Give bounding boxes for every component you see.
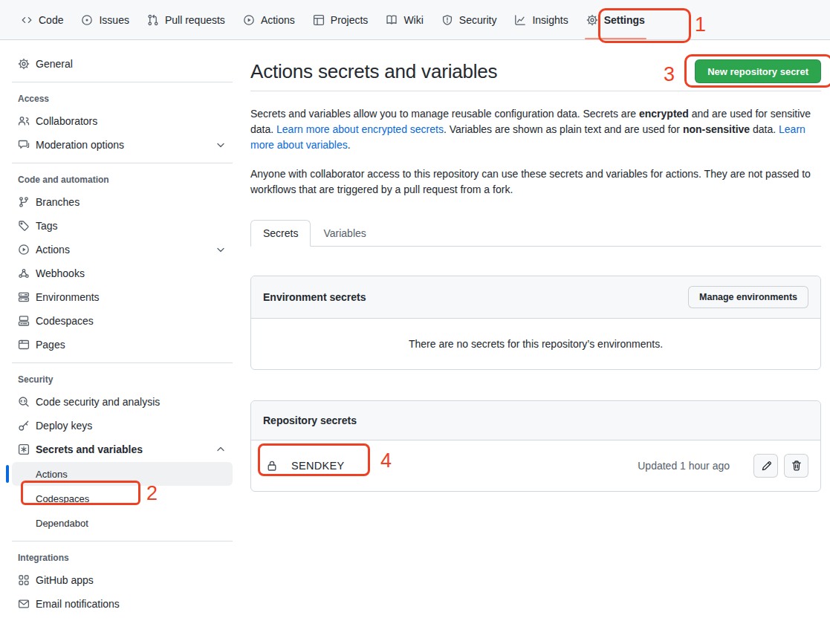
settings-sidebar: General Access Collaborators Moderation … [0, 40, 239, 616]
sidebar-item-codespaces[interactable]: Codespaces [12, 309, 233, 333]
encrypted-secrets-link[interactable]: Learn more about encrypted secrets [276, 123, 444, 135]
sidebar-item-pages[interactable]: Pages [12, 333, 233, 357]
git-pull-request-icon [147, 14, 159, 26]
sidebar-subitem-dependabot[interactable]: Dependabot [12, 511, 233, 535]
table-icon [313, 14, 325, 26]
new-repository-secret-button[interactable]: New repository secret [695, 59, 821, 83]
key-icon [18, 420, 30, 432]
tab-pull-requests[interactable]: Pull requests [138, 0, 234, 39]
tab-projects[interactable]: Projects [304, 0, 377, 39]
page-header: Actions secrets and variables New reposi… [250, 59, 821, 91]
sidebar-item-branches[interactable]: Branches [12, 190, 233, 214]
sidebar-section-security: Security [12, 369, 233, 390]
tab-actions-label: Actions [261, 15, 295, 25]
sidebar-item-deploy-keys[interactable]: Deploy keys [12, 414, 233, 438]
git-branch-icon [18, 196, 30, 208]
secret-row-actions: Updated 1 hour ago [638, 454, 808, 478]
delete-secret-button[interactable] [784, 454, 808, 478]
secret-name: SENDKEY [291, 460, 344, 472]
tab-settings[interactable]: Settings [577, 0, 654, 39]
webhook-icon [18, 267, 30, 279]
codescan-icon [18, 396, 30, 408]
browser-icon [18, 339, 30, 351]
sidebar-divider [12, 82, 233, 82]
sidebar-item-general[interactable]: General [12, 52, 233, 76]
non-sensitive-bold-text: non-sensitive [683, 123, 750, 135]
sidebar-divider [12, 541, 233, 541]
repo-nav: Code Issues Pull requests Actions Projec… [0, 0, 830, 40]
chevron-down-icon [215, 244, 227, 256]
tab-security[interactable]: Security [432, 0, 506, 39]
tab-actions[interactable]: Actions [234, 0, 304, 39]
edit-secret-button[interactable] [753, 454, 778, 478]
tab-security-label: Security [459, 15, 497, 25]
sidebar-subitem-actions[interactable]: Actions [12, 462, 233, 486]
sidebar-divider [12, 163, 233, 163]
secrets-variables-tabnav: Secrets Variables [250, 220, 821, 247]
asterisk-box-icon [18, 443, 30, 455]
tab-pull-requests-label: Pull requests [165, 15, 225, 25]
server-icon [18, 291, 30, 303]
tab-issues[interactable]: Issues [72, 0, 137, 39]
gear-icon [18, 58, 30, 70]
sidebar-item-actions[interactable]: Actions [12, 238, 233, 261]
repository-secrets-box: Repository secrets SENDKEY Updated 1 hou… [250, 400, 821, 492]
sidebar-item-email-notifications[interactable]: Email notifications [12, 592, 233, 616]
sidebar-item-github-apps[interactable]: GitHub apps [12, 568, 233, 592]
description-text: . Variables are shown as plain text and … [444, 123, 683, 135]
environment-secrets-box: Environment secrets Manage environments … [250, 276, 821, 370]
sidebar-subitem-codespaces[interactable]: Codespaces [12, 487, 233, 510]
description-text: data. [750, 123, 779, 135]
tab-variables[interactable]: Variables [311, 220, 378, 247]
tag-icon [18, 220, 30, 232]
description-paragraph-2: Anyone with collaborator access to this … [250, 166, 812, 198]
encrypted-bold-text: encrypted [639, 108, 689, 120]
tab-projects-label: Projects [331, 15, 369, 25]
gear-icon [586, 14, 598, 26]
page-title: Actions secrets and variables [250, 60, 497, 83]
secret-name-group: SENDKEY [263, 460, 344, 472]
repository-secrets-header: Repository secrets [251, 401, 820, 440]
tab-issues-label: Issues [99, 15, 129, 25]
play-icon [18, 244, 30, 256]
comment-discussion-icon [18, 139, 30, 151]
code-icon [21, 14, 33, 26]
secret-updated-text: Updated 1 hour ago [638, 460, 730, 472]
sidebar-item-webhooks[interactable]: Webhooks [12, 261, 233, 285]
description-paragraph-1: Secrets and variables allow you to manag… [250, 106, 812, 153]
secret-row: SENDKEY Updated 1 hour ago [251, 440, 820, 491]
tab-wiki[interactable]: Wiki [377, 0, 432, 39]
repository-secrets-title: Repository secrets [263, 414, 357, 426]
chevron-down-icon [215, 139, 227, 151]
sidebar-item-collaborators[interactable]: Collaborators [12, 109, 233, 133]
description-text: . [348, 139, 351, 151]
environment-secrets-empty-text: There are no secrets for this repository… [251, 319, 820, 369]
apps-icon [18, 574, 30, 586]
sidebar-section-code-and-automation: Code and automation [12, 169, 233, 190]
sidebar-item-moderation-options[interactable]: Moderation options [12, 133, 233, 157]
tab-secrets[interactable]: Secrets [250, 220, 311, 247]
issue-opened-icon [81, 14, 93, 26]
tab-code[interactable]: Code [12, 0, 72, 39]
tab-wiki-label: Wiki [403, 15, 423, 25]
sidebar-divider [12, 362, 233, 363]
trash-icon [791, 460, 803, 472]
mail-icon [18, 598, 30, 610]
main-content: Actions secrets and variables New reposi… [250, 40, 821, 492]
sidebar-section-integrations: Integrations [12, 547, 233, 568]
play-icon [243, 14, 255, 26]
sidebar-item-secrets-and-variables[interactable]: Secrets and variables [12, 438, 233, 461]
people-icon [18, 115, 30, 127]
sidebar-item-tags[interactable]: Tags [12, 214, 233, 238]
tab-code-label: Code [39, 15, 63, 25]
graph-icon [514, 14, 526, 26]
sidebar-item-environments[interactable]: Environments [12, 285, 233, 309]
tab-insights-label: Insights [532, 15, 568, 25]
tab-settings-label: Settings [604, 15, 645, 25]
manage-environments-button[interactable]: Manage environments [688, 286, 808, 308]
tab-insights[interactable]: Insights [505, 0, 577, 39]
description-text: Secrets and variables allow you to manag… [250, 108, 639, 120]
sidebar-item-code-security[interactable]: Code security and analysis [12, 390, 233, 414]
environment-secrets-header: Environment secrets Manage environments [251, 276, 820, 319]
chevron-up-icon [215, 443, 227, 455]
